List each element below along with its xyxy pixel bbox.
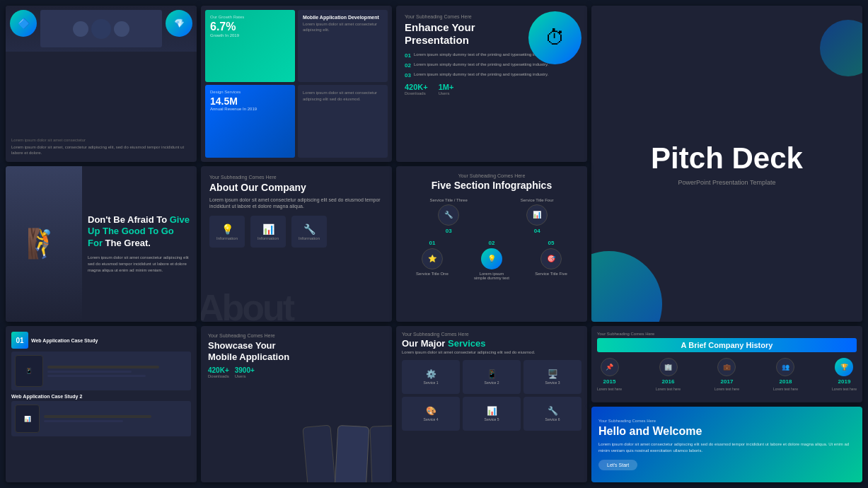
metric-body: Lorem ipsum dolor sit amet consectetur a… bbox=[298, 85, 388, 157]
circle-icon-2: 💎 bbox=[166, 10, 192, 37]
pitch-deck-slide: Pitch Deck PowerPoint Presentation Templ… bbox=[591, 6, 862, 322]
about-title: About Our Company bbox=[209, 182, 383, 193]
about-icons: 💡 Information 📊 Information 🔧 Informatio… bbox=[209, 216, 383, 248]
service-icon-4: 🎨 bbox=[426, 406, 436, 416]
metric-mobile: Mobile Application Development Lorem ips… bbox=[298, 10, 388, 82]
pitch-subtitle: PowerPoint Presentation Template bbox=[678, 179, 776, 186]
case-screen-1: 📱 bbox=[11, 352, 191, 390]
service-icon-1: ⚙️ bbox=[426, 369, 436, 379]
about-slide: Your Subheading Comes Here About Our Com… bbox=[201, 166, 392, 323]
metric-design: Design Services 14.5M Annual Revenue In … bbox=[205, 85, 295, 157]
enhance-slide: ⏱ Your Subheading Comes Here Enhance You… bbox=[396, 6, 587, 162]
about-label: Your Subheading Comes Here bbox=[209, 175, 383, 180]
service-item-4: 🎨 Service 4 bbox=[402, 397, 460, 431]
hello-cta-button[interactable]: Let's Start bbox=[598, 460, 637, 470]
hello-title: Hello and Welcome bbox=[598, 425, 855, 438]
phone-mockups bbox=[305, 426, 392, 482]
services-slide: Your Subheading Comes Here Our Major Ser… bbox=[396, 326, 587, 482]
services-label: Your Subheading Comes Here bbox=[402, 332, 581, 337]
services-body: Lorem ipsum dolor sit amet consectetur a… bbox=[402, 350, 581, 356]
pitch-circle-deco bbox=[591, 251, 662, 322]
service-icon-3: 🖥️ bbox=[548, 369, 558, 379]
enhance-stats: 420K+ Downloads 1M+ Users bbox=[405, 83, 579, 95]
showcase-mobile-slide: Your Subheading Comes Here Showcase Your… bbox=[201, 326, 392, 482]
service-item-2: 📱 Service 2 bbox=[463, 360, 521, 394]
hello-label: Your Subheading Comes Here bbox=[598, 419, 855, 423]
service-icon-2: 📱 bbox=[487, 369, 497, 379]
service-icon-5: 📊 bbox=[487, 406, 497, 416]
ch-label: Your Subheading Comes Here bbox=[597, 332, 857, 336]
infographic-top-row: Service Title / Three 🔧 03 Service Title… bbox=[403, 198, 580, 234]
showcase-stats: 420K+ Downloads 3900+ Users bbox=[208, 366, 385, 378]
metric-growth: Our Growth Rates 6.7% Growth In 2019 bbox=[205, 10, 295, 82]
slide-number: 01 bbox=[11, 332, 28, 349]
timeline: 📌 2015 Lorem text here 🏢 2016 Lorem text… bbox=[597, 358, 857, 392]
web-case-study-slide: 01 Web Application Case Study 📱 Web Appl… bbox=[6, 326, 197, 482]
pitch-circle-deco2 bbox=[820, 20, 862, 76]
team-slide: 🔷 💎 Lorem ipsum dolor sit amet consectet… bbox=[6, 6, 197, 162]
quote-slide: 🧗 Don't Be Afraid To Give Up The Good To… bbox=[6, 166, 197, 323]
showcase-label: Your Subheading Comes Here bbox=[208, 333, 385, 338]
infographic-title: Five Section Infographics bbox=[403, 180, 580, 191]
metrics-slide: Our Growth Rates 6.7% Growth In 2019 Mob… bbox=[201, 6, 392, 162]
pitch-title: Pitch Deck bbox=[651, 142, 803, 175]
infographic-bottom-row: 01 ⭐ Service Title One 02 💡 Lorem ipsum … bbox=[403, 240, 580, 280]
case-screen-2: 📊 bbox=[11, 401, 191, 436]
people-group bbox=[40, 10, 162, 47]
clock-icon: ⏱ bbox=[528, 11, 581, 64]
service-icon-6: 🔧 bbox=[548, 406, 558, 416]
hello-slide: Your Subheading Comes Here Hello and Wel… bbox=[591, 407, 862, 482]
services-grid: ⚙️ Service 1 📱 Service 2 🖥️ Service 3 🎨 … bbox=[402, 360, 581, 431]
case-title-1: Web Application Case Study bbox=[31, 338, 98, 343]
company-history-slide: Your Subheading Comes Here A Brief Compa… bbox=[591, 326, 862, 402]
quote-content: Don't Be Afraid To Give Up The Good To G… bbox=[82, 166, 197, 323]
enhance-title: Enhance Your Presentation bbox=[405, 21, 504, 47]
case-title-2: Web Application Case Study 2 bbox=[11, 394, 191, 399]
about-body: Lorem ipsum dolor sit amet consectetur a… bbox=[209, 197, 383, 211]
ch-title: A Brief Company History bbox=[597, 338, 857, 352]
infographic-label: Your Subheading Comes Here bbox=[403, 173, 580, 178]
circle-icon-1: 🔷 bbox=[10, 10, 37, 37]
infographic-slide: Your Subheading Comes Here Five Section … bbox=[396, 166, 587, 323]
team-text: Lorem ipsum dolor sit amet consectetur L… bbox=[11, 138, 191, 156]
service-item-5: 📊 Service 5 bbox=[463, 397, 521, 431]
service-item-3: 🖥️ Service 3 bbox=[523, 360, 581, 394]
services-title: Our Major Services bbox=[402, 338, 581, 349]
service-item-1: ⚙️ Service 1 bbox=[402, 360, 460, 394]
service-item-6: 🔧 Service 6 bbox=[523, 397, 581, 431]
about-watermark: About bbox=[201, 286, 293, 322]
right-bottom-panel: Your Subheading Comes Here A Brief Compa… bbox=[591, 326, 862, 482]
hello-body: Lorem ipsum dolor sit amet consectetur a… bbox=[598, 441, 855, 454]
jump-person: 🧗 bbox=[6, 166, 82, 323]
showcase-title: Showcase Your Mobile Application bbox=[208, 340, 300, 362]
